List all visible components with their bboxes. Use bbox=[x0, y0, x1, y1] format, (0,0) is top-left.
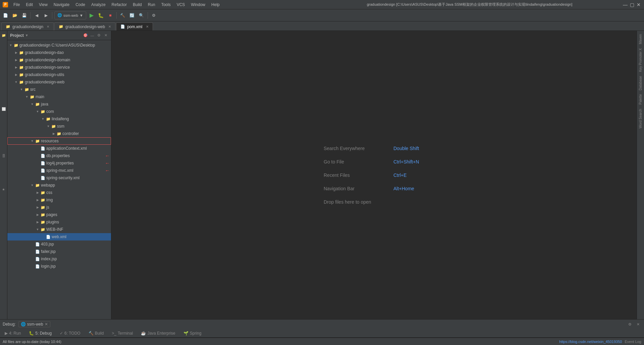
tree-arrow-icon[interactable]: ▶ bbox=[36, 198, 40, 202]
tree-item[interactable]: ▼📁WEB-INF bbox=[7, 226, 111, 233]
stop-button[interactable]: ■ bbox=[106, 11, 114, 19]
tree-item[interactable]: ▶📁img bbox=[7, 196, 111, 204]
tree-item[interactable]: 📄spring-security.xml bbox=[7, 174, 111, 182]
save-button[interactable]: 💾 bbox=[20, 11, 28, 19]
tree-item[interactable]: ▼📁webapp bbox=[7, 182, 111, 189]
palette-tool-label[interactable]: Palette bbox=[638, 92, 643, 107]
tree-item[interactable]: ▼📁graduationdesign-web bbox=[7, 78, 111, 86]
tree-arrow-icon[interactable]: ▼ bbox=[36, 227, 40, 231]
tab-close-icon[interactable]: ✕ bbox=[146, 25, 149, 28]
tree-arrow-icon[interactable] bbox=[36, 176, 40, 180]
tab-graduationdesign[interactable]: 📁graduationdesign✕ bbox=[1, 22, 54, 30]
open-button[interactable]: 📂 bbox=[11, 11, 19, 19]
build-button[interactable]: 🔨 bbox=[119, 11, 127, 19]
tree-arrow-icon[interactable] bbox=[36, 161, 40, 165]
menu-item-file[interactable]: File bbox=[11, 2, 22, 8]
menu-item-view[interactable]: View bbox=[36, 2, 50, 8]
tree-arrow-icon[interactable]: ▶ bbox=[14, 73, 18, 77]
tree-item[interactable]: ▶📁css bbox=[7, 189, 111, 196]
minimize-button[interactable]: — bbox=[623, 2, 628, 7]
tree-arrow-icon[interactable]: ▼ bbox=[46, 124, 50, 128]
search-button[interactable]: 🔍 bbox=[138, 11, 146, 19]
menu-item-window[interactable]: Window bbox=[188, 2, 208, 8]
tree-arrow-icon[interactable]: ▼ bbox=[30, 139, 34, 143]
tree-arrow-icon[interactable] bbox=[36, 168, 40, 172]
panel-settings-button[interactable]: ⚙ bbox=[96, 33, 102, 38]
tree-arrow-icon[interactable] bbox=[30, 242, 34, 246]
tree-arrow-icon[interactable]: ▶ bbox=[14, 58, 18, 62]
tree-arrow-icon[interactable]: ▼ bbox=[41, 117, 45, 121]
back-button[interactable]: ◀ bbox=[33, 11, 41, 19]
tree-arrow-icon[interactable]: ▶ bbox=[52, 132, 56, 136]
structure-tool-button[interactable]: ⬜ bbox=[1, 106, 7, 112]
tree-item[interactable]: 📄login.jsp bbox=[7, 263, 111, 270]
menu-item-build[interactable]: Build bbox=[130, 2, 145, 8]
close-button[interactable]: ✕ bbox=[636, 2, 641, 7]
project-tool-button[interactable]: 📁 bbox=[1, 32, 7, 38]
tree-arrow-icon[interactable]: ▼ bbox=[30, 102, 34, 106]
tab-pom-xml[interactable]: 📄pom.xml✕ bbox=[116, 22, 153, 30]
tree-arrow-icon[interactable]: ▼ bbox=[36, 110, 40, 114]
tree-item[interactable]: ▼📁main bbox=[7, 93, 111, 100]
tree-item[interactable]: ▼📁resources bbox=[7, 137, 111, 145]
update-button[interactable]: 🔄 bbox=[128, 11, 136, 19]
debug-session-label[interactable]: Debug: 🌐ssm-web✕ bbox=[3, 321, 50, 327]
tab-close-icon[interactable]: ✕ bbox=[108, 25, 111, 28]
tree-item[interactable]: 📄web.xml bbox=[7, 233, 111, 240]
menu-item-vcs[interactable]: VCS bbox=[174, 2, 188, 8]
bottom-tab-Build[interactable]: 🔨Build bbox=[85, 330, 107, 336]
tree-arrow-icon[interactable] bbox=[41, 235, 45, 239]
tree-item[interactable]: 📄log4j.properties← bbox=[7, 159, 111, 167]
tree-item[interactable]: ▶📁pages bbox=[7, 211, 111, 218]
tree-item[interactable]: ▼📁java bbox=[7, 100, 111, 108]
tree-arrow-icon[interactable]: ▶ bbox=[36, 205, 40, 209]
project-title-arrow[interactable]: ▼ bbox=[25, 33, 29, 37]
tree-arrow-icon[interactable]: ▼ bbox=[9, 43, 13, 47]
new-file-button[interactable]: 📄 bbox=[1, 11, 9, 19]
bottom-tab----Debug[interactable]: 🐛5: Debug bbox=[25, 330, 55, 336]
tab-graduationdesign-web[interactable]: 📁graduationdesign-web✕ bbox=[54, 22, 115, 30]
tree-item[interactable]: ▶📁plugins bbox=[7, 218, 111, 226]
tree-arrow-icon[interactable]: ▶ bbox=[36, 220, 40, 224]
tree-item[interactable]: ▼📁src bbox=[7, 86, 111, 93]
tree-item[interactable]: 📄failer.jsp bbox=[7, 248, 111, 255]
tree-item[interactable]: ▶📁graduationdesign-utils bbox=[7, 71, 111, 78]
maven-tool-label[interactable]: Maven bbox=[638, 32, 643, 46]
tree-arrow-icon[interactable]: ▼ bbox=[25, 95, 29, 99]
bottom-tab----Run[interactable]: ▶4: Run bbox=[1, 330, 24, 336]
tree-arrow-icon[interactable]: ▼ bbox=[14, 80, 18, 84]
tree-arrow-icon[interactable]: ▼ bbox=[19, 87, 23, 91]
tree-arrow-icon[interactable] bbox=[36, 154, 40, 158]
run-button[interactable]: ▶ bbox=[88, 11, 96, 19]
menu-item-navigate[interactable]: Navigate bbox=[51, 2, 72, 8]
tree-arrow-icon[interactable]: ▶ bbox=[36, 213, 40, 217]
editor-area[interactable]: Search EverywhereDouble ShiftGo to FileC… bbox=[111, 31, 637, 319]
tree-arrow-icon[interactable] bbox=[30, 264, 34, 268]
tree-arrow-icon[interactable] bbox=[36, 146, 40, 150]
persistence-tool-button[interactable]: 🗄 bbox=[1, 153, 7, 159]
menu-item-help[interactable]: Help bbox=[209, 2, 222, 8]
menu-item-tools[interactable]: Tools bbox=[159, 2, 173, 8]
tree-item[interactable]: ▶📁graduationdesign-service bbox=[7, 64, 111, 71]
bottom-settings-button[interactable]: ⚙ bbox=[627, 321, 633, 328]
maximize-button[interactable]: ▢ bbox=[629, 2, 635, 7]
tree-item[interactable]: ▼📁graduationdesign C:\Users\ASUS\Desktop bbox=[7, 42, 111, 49]
event-log-button[interactable]: Event Log bbox=[625, 340, 641, 344]
key-promoter-label[interactable]: Key Promoter X bbox=[638, 46, 643, 74]
word-search-label[interactable]: Word Search bbox=[638, 107, 643, 130]
bottom-tab-Spring[interactable]: 🌱Spring bbox=[180, 330, 205, 336]
tree-arrow-icon[interactable] bbox=[30, 250, 34, 254]
panel-close-button[interactable]: ✕ bbox=[103, 33, 108, 38]
tree-arrow-icon[interactable]: ▶ bbox=[14, 65, 18, 69]
tree-item[interactable]: 📄403.jsp bbox=[7, 240, 111, 248]
panel-locate-button[interactable]: 🎯 bbox=[83, 33, 88, 38]
bottom-tab-Terminal[interactable]: >_Terminal bbox=[108, 330, 136, 336]
tree-arrow-icon[interactable]: ▼ bbox=[30, 183, 34, 187]
menu-item-analyze[interactable]: Analyze bbox=[89, 2, 108, 8]
run-config-selector[interactable]: 🌐 ssm-web ▼ bbox=[54, 11, 86, 19]
tree-arrow-icon[interactable] bbox=[30, 257, 34, 261]
bottom-close-button[interactable]: ✕ bbox=[635, 321, 641, 328]
status-link[interactable]: https://blog.csdn.net/weixin_45019350 bbox=[559, 340, 622, 344]
tree-item[interactable]: 📄index.jsp bbox=[7, 255, 111, 263]
debug-session-config[interactable]: 🌐ssm-web✕ bbox=[18, 321, 50, 327]
